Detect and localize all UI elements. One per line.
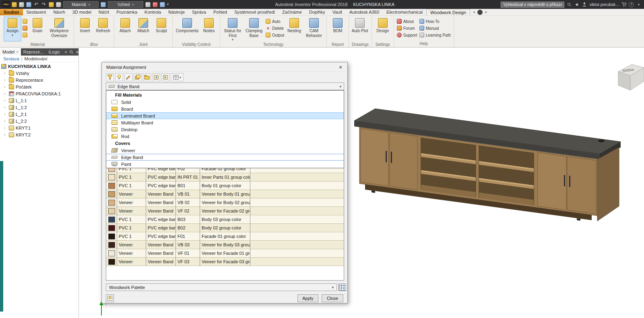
support-button[interactable]: Support	[397, 32, 417, 38]
table-row[interactable]: PVC 1 PVC edge band B02 Body 02 group co…	[106, 224, 344, 232]
close-button[interactable]: Close	[322, 294, 343, 302]
dropdown-item-edge-band[interactable]: Edge Band	[106, 154, 344, 161]
expand-chevron-icon[interactable]: ›	[4, 105, 7, 109]
assign-button[interactable]: Assign ▾	[4, 17, 21, 41]
workpiece-oversize-button[interactable]: Workpiece Oversize	[47, 17, 72, 41]
tab-nastroje[interactable]: Nástroje	[165, 9, 188, 15]
bom-button[interactable]: BOM	[329, 17, 347, 41]
refresh-button[interactable]: Refresh	[94, 17, 112, 41]
insert-button[interactable]: Insert	[76, 17, 94, 41]
auto-plot-button[interactable]: Auto Plot	[351, 17, 369, 41]
tab-navrh[interactable]: Návrh	[50, 9, 68, 15]
table-row[interactable]: Veneer Veneer Band VB 01 Veneer for Body…	[106, 190, 344, 198]
tab-doplnky[interactable]: Doplňky	[305, 9, 329, 15]
manual-button[interactable]: Manual	[419, 25, 451, 31]
tab-sestaveni[interactable]: Sestavení	[23, 9, 50, 15]
material-tool-1-button[interactable]	[23, 19, 27, 24]
tree-item-pracovna-doska[interactable]: › PRACOVNA DOSKA:1	[0, 90, 78, 97]
tab-reprezentace[interactable]: Repreze...	[21, 48, 46, 56]
status-for-first-button[interactable]: Status for First ▾	[222, 17, 243, 41]
edit-button[interactable]	[124, 73, 132, 81]
tab-ilogic[interactable]: iLogic	[46, 48, 63, 56]
undo-icon[interactable]: ↶	[33, 2, 39, 7]
right-door-2[interactable]	[567, 157, 596, 214]
table-row[interactable]: Veneer Veneer Band VB 02 Veneer for Body…	[106, 198, 344, 207]
attach-button[interactable]: Attach	[116, 17, 134, 41]
tab-vault[interactable]: Vault	[329, 9, 346, 15]
highlight-button[interactable]	[115, 73, 123, 81]
expand-chevron-icon[interactable]: ›	[4, 71, 7, 75]
table-row[interactable]: Veneer Veneer Band VF 02 Veneer for Faca…	[106, 207, 344, 215]
expand-chevron-icon[interactable]: ›	[4, 133, 7, 137]
tab-pohled[interactable]: Pohled	[210, 9, 231, 15]
dropdown-item-solid[interactable]: Solid	[106, 99, 344, 105]
eye-icon[interactable]	[160, 2, 165, 7]
new-file-icon[interactable]	[12, 2, 17, 7]
left-door-2[interactable]	[390, 132, 417, 190]
table-row[interactable]: Veneer Veneer Band VF 03 Veneer for Faca…	[106, 258, 344, 266]
table-row[interactable]: PVC 1 PVC edge band F01 Facade 01 group …	[106, 232, 344, 241]
open-library-button[interactable]	[143, 73, 151, 81]
tree-item-kryt-2[interactable]: › KRYT:2	[0, 131, 78, 138]
dropdown-item-board[interactable]: Board	[106, 105, 344, 112]
material-tool-2-button[interactable]	[23, 25, 27, 31]
home-icon[interactable]	[49, 2, 54, 7]
dropdown-item-rod[interactable]: Rod	[106, 133, 344, 140]
help-icon[interactable]: ?	[629, 2, 634, 7]
sculpt-button[interactable]: Sculpt	[153, 17, 170, 41]
material-combo[interactable]: Materiál ▾	[63, 1, 99, 8]
dropdown-item-multilayer-board[interactable]: Multilayer Board	[106, 119, 344, 126]
table-view-button[interactable]: ▾	[171, 73, 184, 81]
material-type-combo[interactable]: Edge Band ▾	[106, 83, 344, 90]
auto-button[interactable]: Auto	[266, 19, 284, 24]
tree-item-l1-1[interactable]: › L_1:1	[0, 97, 78, 104]
tree-item-pocatek[interactable]: › Počátek	[0, 83, 78, 90]
left-door-1[interactable]	[361, 128, 388, 186]
cabinet-3d-model[interactable]	[350, 56, 644, 246]
copy-materials-button[interactable]	[134, 73, 142, 81]
tab-kontrola[interactable]: Kontrola	[141, 9, 165, 15]
open-icon[interactable]	[19, 2, 24, 7]
mode-link-modelovani[interactable]: Modelování	[25, 56, 47, 61]
view-cube[interactable]: SHORA	[617, 59, 644, 91]
tab-electromechanical[interactable]: Electromechanical	[383, 9, 426, 15]
table-row[interactable]: PVC 1 PVC edge band B01 Body 01 group co…	[106, 182, 344, 190]
tab-sprava[interactable]: Správa	[188, 9, 210, 15]
learning-path-button[interactable]: Learning Path	[419, 32, 451, 38]
imatch-button[interactable]: iMatch	[134, 17, 152, 41]
table-row[interactable]: PVC 1 PVC edge band B03 Body 03 group co…	[106, 215, 344, 224]
dialog-close-button[interactable]: ×	[337, 64, 344, 70]
star-icon[interactable]: ★	[574, 2, 580, 7]
nodes-button[interactable]: Nodes	[200, 17, 218, 41]
table-row[interactable]: Veneer Veneer Band VF 01 Veneer for Faca…	[106, 249, 344, 258]
how-to-button[interactable]: How-To	[419, 19, 451, 24]
help-search-input[interactable]	[501, 2, 564, 8]
import-button[interactable]	[152, 73, 160, 81]
app-logo[interactable]: PRO	[2, 1, 10, 8]
user-icon[interactable]	[582, 2, 587, 7]
mode-link-sestava[interactable]: Sestava	[3, 56, 19, 61]
material-tool-3-button[interactable]	[23, 32, 27, 38]
shelf-bay-2[interactable]	[479, 145, 534, 205]
tree-item-l1-2[interactable]: › L_1:2	[0, 104, 78, 111]
dialog-title-bar[interactable]: Material Assignment	[102, 62, 347, 72]
apply-button[interactable]: Apply	[297, 294, 318, 302]
tab-3d-model[interactable]: 3D model	[69, 9, 95, 15]
help-caret-icon[interactable]: ▾	[636, 2, 642, 7]
collapsed-panel-strip[interactable]	[0, 161, 3, 312]
design-button[interactable]: Design	[374, 17, 392, 41]
sketch-icon[interactable]	[56, 2, 61, 7]
tree-item-vztahy[interactable]: › Vztahy	[0, 70, 78, 76]
dropdown-item-paint[interactable]: Paint	[106, 161, 344, 167]
expand-chevron-icon[interactable]: ›	[4, 126, 7, 130]
dropdown-item-laminated-board[interactable]: Laminated Board	[106, 112, 344, 119]
cam-behavior-button[interactable]: CAM Behavior	[303, 17, 324, 41]
user-name[interactable]: viktor.porubsk...	[589, 2, 619, 7]
clamping-base-button[interactable]: Clamping Base	[244, 17, 264, 41]
expand-chevron-icon[interactable]: ›	[4, 99, 7, 103]
tab-autodesk-a360[interactable]: Autodesk A360	[346, 9, 383, 15]
right-door-1[interactable]	[538, 153, 566, 210]
cart-icon[interactable]	[621, 2, 627, 7]
tab-systemove-prostredi[interactable]: Systémové prostředí	[231, 9, 279, 15]
expand-chevron-icon[interactable]: ›	[4, 119, 7, 123]
